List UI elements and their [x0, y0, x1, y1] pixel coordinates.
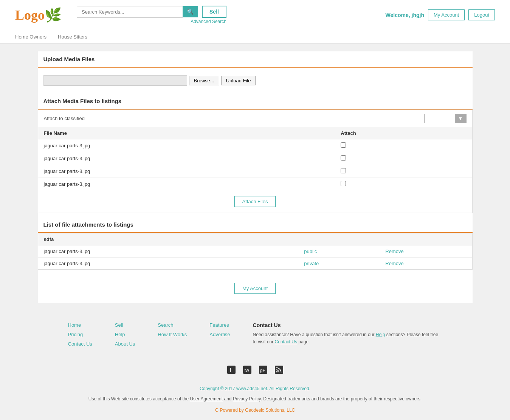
footer-contact-title: Contact Us [253, 322, 442, 328]
sell-button[interactable]: Sell [202, 6, 226, 18]
logo-leaf: 🌿 [45, 8, 62, 23]
footer-home[interactable]: Home [68, 322, 92, 328]
my-account-main-button[interactable]: My Account [234, 283, 276, 294]
list-status[interactable]: public [298, 246, 380, 258]
attach-section-header: Attach Media Files to listings [38, 93, 473, 110]
attach-to-label: Attach to classified [44, 116, 85, 121]
file-name-cell: jaguar car parts-3.jpg [38, 165, 335, 178]
footer-help-link[interactable]: Help [376, 332, 385, 337]
powered-row: G Powered by Geodesic Solutions, LLC [38, 405, 473, 416]
googleplus-icon[interactable]: g+ [259, 366, 267, 376]
file-input[interactable] [43, 75, 187, 86]
listing-name: sdfa [38, 233, 472, 246]
upload-file-button[interactable]: Upload File [221, 76, 256, 85]
facebook-icon[interactable]: f [227, 366, 236, 376]
file-name-cell: jaguar car parts-3.jpg [38, 178, 335, 191]
file-name-cell: jaguar car parts-3.jpg [38, 139, 335, 152]
attach-cell [335, 165, 472, 178]
list-section-header: List of file attachments to listings [38, 217, 473, 233]
footer-col-2: Sell Help About Us [115, 322, 135, 347]
file-table: File Name Attach jaguar car parts-3.jpg … [38, 127, 472, 190]
footer-links: Home Pricing Contact Us Sell Help About … [38, 311, 473, 358]
attach-files-button[interactable]: Attach Files [234, 196, 276, 207]
footer-contact: Contact Us Need assistance? Have a quest… [253, 322, 442, 347]
svg-text:g+: g+ [260, 368, 265, 373]
attach-cell [335, 139, 472, 152]
table-row: jaguar car parts-3.jpg [38, 152, 472, 165]
search-input[interactable] [77, 6, 183, 18]
footer-col-4: Features Advertise [209, 322, 230, 347]
logout-button[interactable]: Logout [468, 9, 495, 20]
footer-contact-link[interactable]: Contact Us [275, 339, 297, 344]
footer-how-it-works[interactable]: How It Works [158, 332, 187, 337]
list-action[interactable]: Remove [380, 258, 472, 270]
footer-help[interactable]: Help [115, 332, 135, 337]
attach-checkbox-3[interactable] [341, 181, 346, 186]
attach-section: Attach to classified ▼ File Name Attach [38, 110, 473, 213]
list-action[interactable]: Remove [380, 246, 472, 258]
list-table: jaguar car parts-3.jpg public Remove jag… [38, 246, 472, 269]
social-row: f tw g+ [38, 358, 473, 384]
footer-pricing[interactable]: Pricing [68, 332, 92, 337]
svg-rect-6 [275, 366, 283, 374]
table-row: jaguar car parts-3.jpg [38, 139, 472, 152]
user-agreement-link[interactable]: User Agreement [190, 396, 223, 401]
advanced-search-link[interactable]: Advanced Search [191, 19, 226, 24]
logo: Logo🌿 [15, 7, 62, 23]
twitter-icon[interactable]: tw [243, 366, 251, 376]
file-name-header: File Name [38, 127, 335, 139]
powered-by-text: Powered by Geodesic Solutions, LLC [220, 408, 295, 413]
svg-point-7 [276, 371, 277, 373]
footer-sell[interactable]: Sell [115, 322, 135, 328]
privacy-policy-link[interactable]: Privacy Policy [233, 396, 261, 401]
copyright-row: Copyright © 2017 www.ads45.net. All Righ… [38, 384, 473, 393]
welcome-text: Welcome, jhgjh [386, 12, 424, 18]
attach-dropdown-input[interactable] [425, 114, 455, 123]
svg-rect-0 [227, 366, 236, 374]
footer-advertise[interactable]: Advertise [209, 332, 230, 337]
my-account-btn-row: My Account [38, 273, 473, 303]
nav-house-sitters[interactable]: House Sitters [58, 34, 87, 40]
list-file-name: jaguar car parts-3.jpg [38, 258, 299, 270]
footer-contact-us[interactable]: Contact Us [68, 341, 92, 347]
search-button[interactable]: 🔍 [183, 6, 198, 17]
footer-col-1: Home Pricing Contact Us [68, 322, 92, 347]
footer-features[interactable]: Features [209, 322, 230, 328]
list-status[interactable]: private [298, 258, 380, 270]
attach-files-btn-row: Attach Files [38, 190, 472, 213]
nav-home-owners[interactable]: Home Owners [15, 34, 47, 40]
attach-checkbox-0[interactable] [341, 142, 346, 148]
my-account-header-button[interactable]: My Account [428, 9, 465, 20]
powered-by-g: G [215, 408, 219, 413]
attach-cell [335, 178, 472, 191]
attach-checkbox-2[interactable] [341, 168, 346, 173]
upload-section: Browse... Upload File [38, 68, 473, 93]
attach-dropdown[interactable]: ▼ [424, 114, 466, 123]
upload-section-header: Upload Media Files [38, 51, 473, 68]
table-row: jaguar car parts-3.jpg [38, 178, 472, 191]
list-section: sdfa jaguar car parts-3.jpg public Remov… [38, 233, 473, 270]
main-nav: Home Owners House Sitters [0, 30, 510, 44]
footer-col-3: Search How It Works [158, 322, 187, 347]
list-item: jaguar car parts-3.jpg private Remove [38, 258, 472, 270]
svg-text:tw: tw [244, 368, 249, 373]
terms-row: Use of this Web site constitutes accepta… [38, 393, 473, 405]
footer-about-us[interactable]: About Us [115, 341, 135, 347]
copyright-text: Copyright © 2017 www.ads45.net. All Righ… [200, 386, 310, 391]
attach-checkbox-1[interactable] [341, 155, 346, 161]
footer-contact-text: Need assistance? Have a question that is… [253, 331, 442, 346]
attach-header: Attach [335, 127, 472, 139]
list-file-name: jaguar car parts-3.jpg [38, 246, 299, 258]
browse-button[interactable]: Browse... [189, 76, 219, 85]
rss-icon[interactable] [275, 366, 283, 376]
attach-to-row: Attach to classified ▼ [38, 110, 472, 127]
attach-dropdown-arrow[interactable]: ▼ [455, 114, 466, 123]
attach-cell [335, 152, 472, 165]
table-row: jaguar car parts-3.jpg [38, 165, 472, 178]
footer-search[interactable]: Search [158, 322, 187, 328]
list-item: jaguar car parts-3.jpg public Remove [38, 246, 472, 258]
file-name-cell: jaguar car parts-3.jpg [38, 152, 335, 165]
